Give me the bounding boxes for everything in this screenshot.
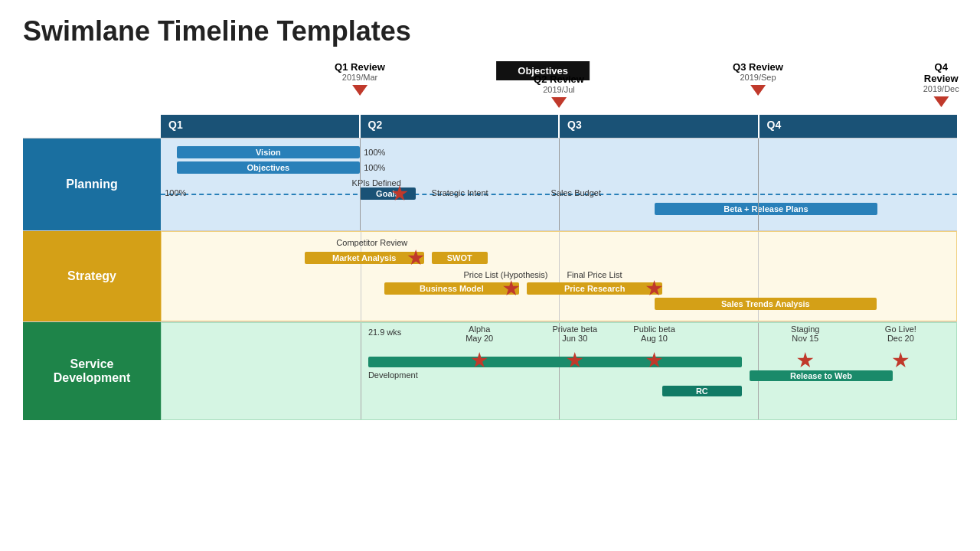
vision-pct: 100%	[364, 148, 385, 157]
q3-header: Q3	[560, 115, 760, 138]
q4-label: Q4 Review	[923, 61, 959, 84]
objectives-bar-label: Objectives	[247, 163, 290, 172]
q1-label: Q1 Review	[335, 61, 385, 73]
quarter-header: Q1 Q2 Q3 Q4	[161, 115, 957, 138]
strategic-intent-label: Strategic Intent	[432, 188, 488, 197]
competitor-review-label: Competitor Review	[336, 238, 407, 247]
release-web-label: Release to Web	[790, 371, 852, 380]
market-analysis-bar: Market Analysis	[305, 252, 424, 264]
q3-date: 2019/Sep	[733, 73, 783, 82]
price-list-hypothesis-label: Price List (Hypothesis)	[463, 270, 547, 279]
beta-bar-label: Beta + Release Plans	[724, 204, 808, 214]
rc-label: RC	[696, 386, 708, 396]
go-live-label: Go Live!Dec 20	[885, 324, 916, 343]
weeks-label: 21.9 wks	[368, 328, 401, 337]
go-live-star	[892, 352, 909, 369]
milestone-q1: Q1 Review 2019/Mar	[335, 61, 385, 96]
q1-arrow	[352, 85, 368, 96]
staging-label: StagingNov 15	[791, 324, 819, 343]
swot-label: SWOT	[447, 253, 472, 262]
sales-trends-label: Sales Trends Analysis	[721, 299, 810, 308]
staging-star	[797, 352, 814, 369]
milestone-q3: Q3 Review 2019/Sep	[733, 61, 783, 96]
q3-label: Q3 Review	[733, 61, 783, 73]
q2-label: Q2 Review	[534, 73, 584, 85]
q4-header: Q4	[760, 115, 958, 138]
alpha-label: AlphaMay 20	[466, 324, 493, 343]
q2-header: Q2	[361, 115, 560, 138]
public-beta-label: Public betaAug 10	[633, 324, 675, 343]
private-beta-label: Private betaJun 30	[552, 324, 597, 343]
q2-date: 2019/Jul	[534, 85, 584, 94]
service-label: Service Development	[23, 322, 161, 420]
planning-content: Vision 100% Objectives 100% KPIs Defined…	[161, 139, 957, 230]
goals-pct: 100%	[165, 188, 186, 197]
s-vline-q2	[559, 232, 560, 321]
market-analysis-label: Market Analysis	[332, 253, 396, 262]
vline-q3	[758, 139, 759, 230]
page-container: Swimlane Timeline Templates Q1 Review 20…	[0, 0, 980, 435]
vision-bar-label: Vision	[256, 148, 281, 157]
planning-label: Planning	[23, 139, 161, 230]
q3-arrow	[750, 85, 766, 96]
final-price-list-label: Final Price List	[567, 270, 622, 279]
swot-bar: SWOT	[432, 252, 488, 264]
release-web-bar: Release to Web	[750, 370, 893, 381]
vline-q1	[360, 139, 361, 230]
service-content: 21.9 wks AlphaMay 20 Private betaJun 30 …	[161, 322, 957, 420]
price-research-label: Price Research	[564, 284, 626, 293]
goals-bar: Goals	[360, 187, 416, 200]
business-model-bar: Business Model	[384, 282, 519, 295]
q4-date: 2019/Dec	[923, 84, 959, 93]
beta-bar: Beta + Release Plans	[655, 203, 877, 215]
service-lane-text: Service Development	[54, 357, 130, 385]
vision-bar: Vision	[177, 146, 360, 158]
rc-bar: RC	[662, 386, 742, 396]
strategy-lane: Strategy Competitor Review Market Analys…	[23, 230, 957, 321]
milestone-q2: Q2 Review 2019/Jul	[534, 73, 584, 108]
business-model-label: Business Model	[420, 284, 484, 293]
vline-q2	[559, 139, 560, 230]
development-text-label: Development	[368, 370, 418, 380]
sv-vline-q1	[361, 323, 361, 419]
q1-date: 2019/Mar	[335, 73, 385, 82]
q1-header: Q1	[161, 115, 361, 138]
objectives-pct: 100%	[364, 163, 385, 172]
sales-trends-bar: Sales Trends Analysis	[655, 298, 877, 310]
development-bar	[368, 357, 742, 367]
milestone-row: Q1 Review 2019/Mar Objectives Q2 Review …	[161, 61, 957, 115]
q2-arrow	[551, 97, 567, 108]
page-title: Swimlane Timeline Templates	[23, 15, 957, 47]
strategy-content: Competitor Review Market Analysis SWOT P…	[161, 231, 957, 321]
strategy-label: Strategy	[23, 231, 161, 321]
planning-lane: Planning Vision 100% Objectives 100% KPI…	[23, 138, 957, 230]
price-research-bar: Price Research	[527, 282, 662, 295]
objectives-bar: Objectives	[177, 161, 360, 174]
q4-arrow	[933, 96, 949, 107]
service-lane: Service Development 21.9 wks AlphaMay 20…	[23, 321, 957, 420]
milestone-q4: Q4 Review 2019/Dec	[923, 61, 959, 107]
